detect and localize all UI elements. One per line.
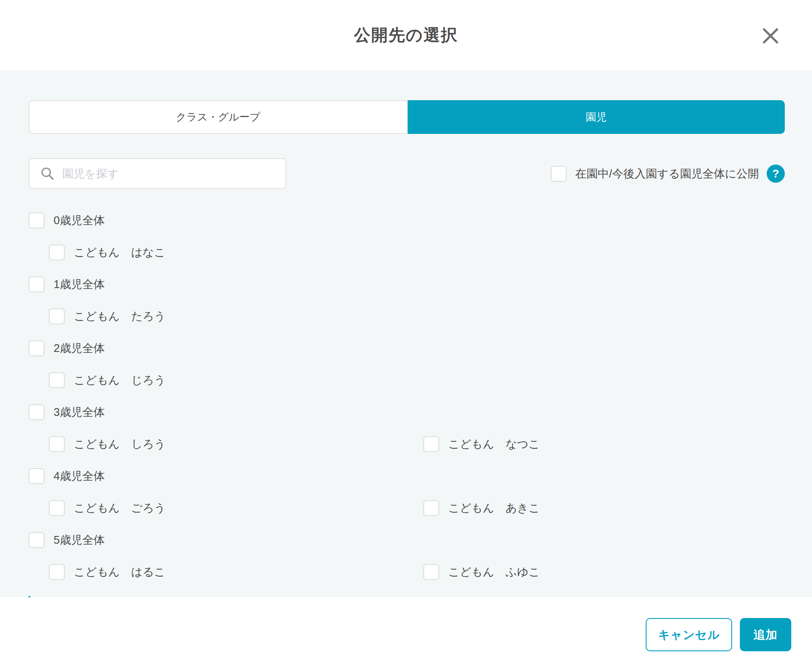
help-icon[interactable]: ? <box>767 165 785 183</box>
list-item: こどもん じろう <box>29 372 785 388</box>
row-checkbox[interactable] <box>29 404 44 420</box>
tab-bar: クラス・グループ 園児 <box>29 100 785 134</box>
row-checkbox[interactable] <box>49 436 65 452</box>
search-input[interactable] <box>62 167 277 181</box>
list-item: こどもん はるこ こどもん ふゆこ <box>29 564 785 580</box>
dialog-footer: キャンセル 追加 <box>0 597 812 672</box>
row-checkbox[interactable] <box>29 532 44 548</box>
search-icon <box>41 167 54 181</box>
dialog-header: 公開先の選択 <box>0 0 812 70</box>
tab-children[interactable]: 園児 <box>408 100 785 134</box>
list-item: 4歳児全体 <box>29 468 785 484</box>
list-item: 1歳児全体 <box>29 276 785 292</box>
list-item: こどもん はなこ <box>29 244 785 260</box>
row-label: 0歳児全体 <box>54 213 105 228</box>
row-label: こどもん しろう <box>74 437 165 452</box>
tab-class-group[interactable]: クラス・グループ <box>29 100 408 134</box>
row-label: こどもん はなこ <box>74 245 165 260</box>
list-item: こどもん ごろう こどもん あきこ <box>29 500 785 516</box>
list-item: 2歳児全体 <box>29 340 785 356</box>
row-checkbox[interactable] <box>423 500 439 516</box>
list-item-right: こどもん あきこ <box>423 500 540 516</box>
cancel-button[interactable]: キャンセル <box>646 618 732 651</box>
publish-destination-dialog: 公開先の選択 クラス・グループ 園児 <box>0 0 812 672</box>
list-item: 5歳児全体 <box>29 532 785 548</box>
publish-all-label: 在園中/今後入園する園児全体に公開 <box>575 166 759 181</box>
list-item: 3歳児全体 <box>29 404 785 420</box>
row-right-label: こどもん あきこ <box>448 501 540 516</box>
row-checkbox[interactable] <box>423 564 439 580</box>
row-label: こどもん ごろう <box>74 501 165 516</box>
close-icon <box>761 26 780 47</box>
row-label: こどもん じろう <box>74 373 165 388</box>
dialog-title: 公開先の選択 <box>354 24 458 46</box>
row-label: 4歳児全体 <box>54 469 105 484</box>
list-item-right: こどもん なつこ <box>423 436 540 452</box>
row-label: こどもん たろう <box>74 309 165 324</box>
row-label: こどもん はるこ <box>74 564 165 580</box>
row-checkbox[interactable] <box>49 244 65 260</box>
row-checkbox[interactable] <box>49 372 65 388</box>
row-checkbox[interactable] <box>29 340 44 356</box>
row-checkbox[interactable] <box>49 564 65 580</box>
row-checkbox[interactable] <box>423 436 439 452</box>
destination-list: 0歳児全体 こどもん はなこ 1歳児全体 こどもん たろう 2歳児全体 こどもん… <box>29 212 785 580</box>
list-item: こどもん たろう <box>29 308 785 324</box>
add-button[interactable]: 追加 <box>740 618 791 651</box>
dialog-body: クラス・グループ 園児 在園中/今後入園する園児全体に公開 ? 0歳児 <box>0 70 812 597</box>
row-checkbox[interactable] <box>49 500 65 516</box>
row-checkbox[interactable] <box>29 276 44 292</box>
list-item: 0歳児全体 <box>29 212 785 228</box>
row-checkbox[interactable] <box>29 468 44 484</box>
row-checkbox[interactable] <box>49 308 65 324</box>
row-label: 1歳児全体 <box>54 277 105 292</box>
list-item: こどもん しろう こどもん なつこ <box>29 436 785 452</box>
publish-all-option: 在園中/今後入園する園児全体に公開 ? <box>551 165 785 183</box>
close-button[interactable] <box>761 27 780 46</box>
row-label: 2歳児全体 <box>54 341 105 356</box>
publish-all-checkbox[interactable] <box>551 166 567 182</box>
search-box <box>29 158 286 189</box>
row-right-label: こどもん ふゆこ <box>448 564 540 580</box>
row-label: 5歳児全体 <box>54 533 105 548</box>
row-right-label: こどもん なつこ <box>448 437 540 452</box>
row-label: 3歳児全体 <box>54 405 105 420</box>
toolbar: 在園中/今後入園する園児全体に公開 ? <box>29 158 785 189</box>
list-item-right: こどもん ふゆこ <box>423 564 540 580</box>
row-checkbox[interactable] <box>29 212 44 228</box>
